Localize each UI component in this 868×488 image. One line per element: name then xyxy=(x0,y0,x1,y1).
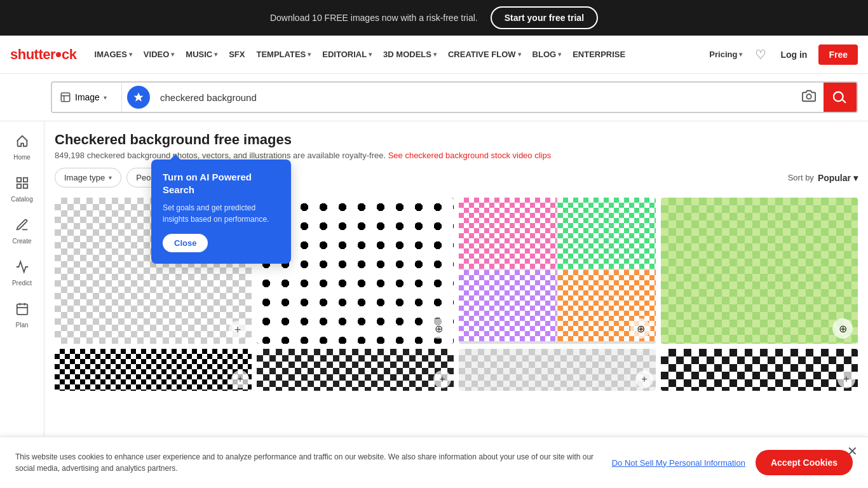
search-type-chevron: ▾ xyxy=(104,94,107,101)
nav-label-music: MUSIC xyxy=(186,50,212,59)
no-sell-button[interactable]: Do Not Sell My Personal Information xyxy=(612,458,745,468)
zoom-image-4-button[interactable]: ⊕ xyxy=(832,318,853,339)
logo-text: shutterck xyxy=(10,46,77,63)
ai-search-icon[interactable] xyxy=(127,86,150,109)
nav-label-video: VIDEO xyxy=(144,50,169,59)
nav-item-blog[interactable]: BLOG ▾ xyxy=(527,46,567,63)
nav-item-editorial[interactable]: EDITORIAL ▾ xyxy=(317,46,377,63)
create-icon xyxy=(15,218,29,235)
sidebar-label-home: Home xyxy=(13,154,31,161)
image-cell-3[interactable]: ⊕ xyxy=(459,198,656,344)
sidebar-item-catalog[interactable]: Catalog xyxy=(0,170,44,209)
banner-text: Download 10 FREE images now with a risk-… xyxy=(270,13,478,23)
svg-rect-6 xyxy=(17,304,27,315)
tile-green xyxy=(558,198,656,269)
filter-image-type[interactable]: Image type ▾ xyxy=(55,168,121,187)
sidebar: Home Catalog Create Pre xyxy=(0,121,44,488)
pricing-label: Pricing xyxy=(709,50,737,59)
add-image-8-button[interactable]: + xyxy=(837,370,855,388)
image-cell-4[interactable]: ⊕ xyxy=(661,198,858,344)
image-cell-6[interactable]: + xyxy=(257,349,454,391)
sidebar-item-home[interactable]: Home xyxy=(0,128,44,167)
favorites-icon[interactable]: ♡ xyxy=(752,44,769,65)
cookie-actions: Do Not Sell My Personal Information Acce… xyxy=(612,450,853,475)
nav-item-enterprise[interactable]: ENTERPRISE xyxy=(567,46,630,63)
filter-image-type-label: Image type xyxy=(64,173,105,182)
nav-item-creativeflow[interactable]: CREATIVE FLOW ▾ xyxy=(443,46,526,63)
nav-item-sfx[interactable]: SFX xyxy=(224,46,250,63)
image-preview-6 xyxy=(257,349,454,391)
image-preview-7 xyxy=(459,349,656,391)
main-layout: Home Catalog Create Pre xyxy=(0,121,868,488)
image-preview-4 xyxy=(661,198,858,344)
blog-chevron-icon: ▾ xyxy=(558,51,561,58)
ai-tooltip-close-button[interactable]: Close xyxy=(163,234,208,252)
add-image-1-button[interactable]: + xyxy=(229,321,247,339)
catalog-icon xyxy=(15,176,29,193)
nav-label-templates: TEMPLATES xyxy=(257,50,306,59)
editorial-chevron-icon: ▾ xyxy=(369,51,372,58)
nav-item-video[interactable]: VIDEO ▾ xyxy=(139,46,179,63)
sidebar-label-plan: Plan xyxy=(15,322,28,329)
nav-item-3dmodels[interactable]: 3D MODELS ▾ xyxy=(378,46,442,63)
sidebar-item-plan[interactable]: Plan xyxy=(0,295,44,335)
search-bar: Image ▾ xyxy=(51,81,858,113)
image-cell-8[interactable]: + xyxy=(661,349,858,391)
pricing-chevron-icon: ▾ xyxy=(739,51,742,58)
predict-icon xyxy=(15,260,29,277)
sidebar-item-create[interactable]: Create xyxy=(0,212,44,251)
cookie-banner: This website uses cookies to enhance use… xyxy=(0,437,868,488)
tile-purple xyxy=(459,270,557,341)
image-cell-7[interactable]: + xyxy=(459,349,656,391)
images-chevron-icon: ▾ xyxy=(129,51,132,58)
nav-item-templates[interactable]: TEMPLATES ▾ xyxy=(252,46,316,63)
visual-search-icon[interactable] xyxy=(794,89,824,106)
templates-chevron-icon: ▾ xyxy=(308,51,311,58)
results-count: 849,198 xyxy=(55,151,85,160)
add-image-7-button[interactable]: + xyxy=(635,370,653,388)
add-image-6-button[interactable]: + xyxy=(433,370,451,388)
nav-label-images: IMAGES xyxy=(95,50,127,59)
sort-value: Popular xyxy=(818,173,851,183)
nav-item-music[interactable]: MUSIC ▾ xyxy=(180,46,222,63)
content-area: Checkered background free images 849,198… xyxy=(44,121,868,488)
logo[interactable]: shutterck xyxy=(10,46,77,63)
ai-tooltip-description: Set goals and get predicted insights bas… xyxy=(163,202,280,225)
creativeflow-chevron-icon: ▾ xyxy=(518,51,521,58)
add-image-5-button[interactable]: + xyxy=(231,370,249,388)
image-preview-5 xyxy=(55,349,252,391)
music-chevron-icon: ▾ xyxy=(214,51,217,58)
trial-button[interactable]: Start your free trial xyxy=(491,6,598,29)
sort-select[interactable]: Popular ▾ xyxy=(818,173,858,183)
3dmodels-chevron-icon: ▾ xyxy=(433,51,437,58)
free-button[interactable]: Free xyxy=(818,44,858,65)
nav-label-blog: BLOG xyxy=(532,50,557,59)
accept-cookies-button[interactable]: Accept Cookies xyxy=(756,450,853,475)
results-title: Checkered background free images xyxy=(55,132,858,148)
search-submit-button[interactable] xyxy=(824,83,857,112)
sidebar-label-catalog: Catalog xyxy=(11,196,32,203)
main-nav: IMAGES ▾ VIDEO ▾ MUSIC ▾ SFX TEMPLATES ▾… xyxy=(90,46,705,63)
image-type-chevron-icon: ▾ xyxy=(109,174,112,181)
nav-label-creativeflow: CREATIVE FLOW xyxy=(448,50,516,59)
search-input[interactable] xyxy=(155,92,794,103)
svg-rect-5 xyxy=(23,184,27,188)
logo-dot xyxy=(56,52,61,57)
search-type-label: Image xyxy=(75,92,100,102)
nav-right: Pricing ▾ ♡ Log in Free xyxy=(704,44,858,65)
image-cell-5[interactable]: + xyxy=(55,349,252,391)
sidebar-label-create: Create xyxy=(12,238,31,245)
sidebar-item-predict[interactable]: Predict xyxy=(0,254,44,293)
cookie-close-button[interactable]: ✕ xyxy=(847,445,858,458)
login-button[interactable]: Log in xyxy=(774,46,813,64)
zoom-image-2-button[interactable]: ⊕ xyxy=(428,318,449,339)
pricing-button[interactable]: Pricing ▾ xyxy=(704,46,747,63)
nav-item-images[interactable]: IMAGES ▾ xyxy=(90,46,137,63)
video-clips-link[interactable]: See checkered background stock video cli… xyxy=(388,151,552,160)
home-icon xyxy=(15,134,29,151)
search-type-select[interactable]: Image ▾ xyxy=(52,83,122,112)
svg-point-1 xyxy=(806,94,811,98)
sort-chevron-icon: ▾ xyxy=(853,173,858,183)
image-preview-3 xyxy=(459,198,656,344)
zoom-image-3-button[interactable]: ⊕ xyxy=(630,318,651,339)
